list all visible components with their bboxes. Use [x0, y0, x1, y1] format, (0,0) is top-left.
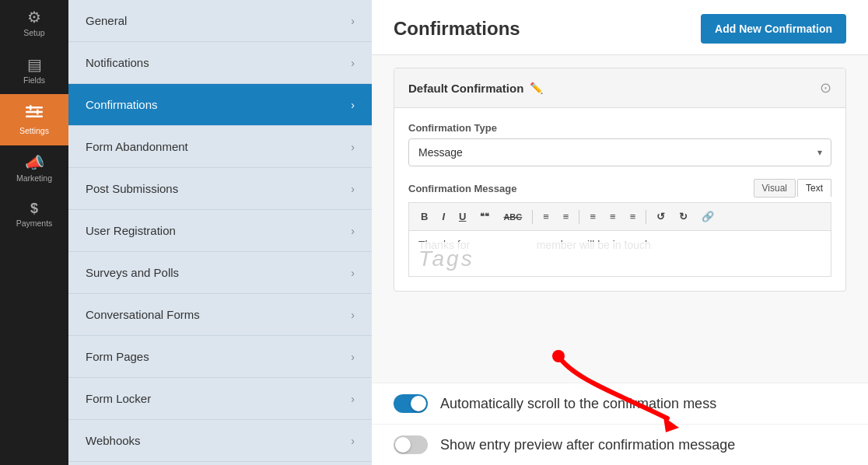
menu-item-notifications[interactable]: Notifications ›: [68, 42, 372, 84]
menu-item-confirmations[interactable]: Confirmations ›: [68, 84, 372, 126]
toolbar-divider-3: [646, 210, 646, 224]
toolbar-link[interactable]: 🔗: [696, 208, 719, 226]
menu-item-form-locker[interactable]: Form Locker ›: [68, 378, 372, 420]
toggle-knob: [411, 396, 426, 411]
menu-item-conversational-forms[interactable]: Conversational Forms ›: [68, 294, 372, 336]
svg-point-6: [552, 350, 565, 362]
chevron-icon: ›: [351, 435, 355, 447]
editor-toolbar: B I U ❝❝ ABC ≡ ≡ ≡ ≡ ≡ ↺ ↻ 🔗: [408, 202, 831, 230]
editor-tabs: Visual Text: [754, 179, 831, 198]
menu-item-webhooks[interactable]: Webhooks ›: [68, 420, 372, 462]
chevron-icon: ›: [351, 351, 355, 363]
settings-icon: [26, 103, 43, 123]
menu-item-general[interactable]: General ›: [68, 0, 372, 42]
marketing-icon: 📣: [25, 155, 44, 170]
toolbar-ol[interactable]: ≡: [558, 208, 575, 226]
sidebar-item-setup[interactable]: ⚙ Setup: [0, 0, 68, 47]
auto-scroll-label: Automatically scroll to the confirmation…: [440, 396, 716, 412]
tags-overlay: Tags: [409, 242, 831, 276]
entry-preview-toggle[interactable]: [394, 435, 428, 454]
fields-icon: ▤: [27, 57, 42, 72]
toolbar-undo[interactable]: ↺: [651, 208, 670, 226]
chevron-icon: ›: [351, 15, 355, 27]
toolbar-align-center[interactable]: ≡: [604, 208, 621, 226]
sidebar-item-fields[interactable]: ▤ Fields: [0, 47, 68, 95]
message-label: Confirmation Message Visual Text: [408, 179, 831, 198]
svg-rect-1: [26, 111, 43, 114]
toolbar-redo[interactable]: ↻: [674, 208, 693, 226]
setup-icon: ⚙: [27, 9, 41, 25]
toolbar-ul[interactable]: ≡: [537, 208, 555, 226]
svg-rect-2: [26, 116, 43, 118]
chevron-icon: ›: [351, 183, 355, 195]
chevron-icon: ›: [351, 267, 355, 279]
toolbar-underline[interactable]: U: [453, 208, 471, 226]
bottom-section: Automatically scroll to the confirmation…: [372, 383, 868, 465]
page-header: Confirmations Add New Confirmation: [372, 0, 868, 55]
main-content: Confirmations Add New Confirmation Defau…: [372, 0, 868, 465]
svg-rect-4: [37, 110, 39, 115]
edit-icon[interactable]: ✏️: [530, 82, 543, 94]
chevron-icon: ›: [351, 225, 355, 237]
page-title: Confirmations: [394, 18, 520, 40]
panel-title: Default Confirmation ✏️: [408, 82, 543, 95]
auto-scroll-toggle[interactable]: [394, 394, 428, 413]
editor-body[interactable]: Thanks for member will be in touch Tags: [408, 230, 831, 277]
panel-close-button[interactable]: ⊙: [820, 79, 831, 96]
toolbar-align-left[interactable]: ≡: [584, 208, 601, 226]
panel-body: Confirmation Type Message Page Redirect …: [394, 108, 845, 291]
menu-item-surveys-polls[interactable]: Surveys and Polls ›: [68, 252, 372, 294]
menu-item-user-registration[interactable]: User Registration ›: [68, 210, 372, 252]
toolbar-divider-2: [579, 210, 579, 224]
menu-item-form-pages[interactable]: Form Pages ›: [68, 336, 372, 378]
toggle-knob-2: [395, 437, 411, 453]
svg-rect-0: [26, 107, 43, 109]
sidebar-item-marketing[interactable]: 📣 Marketing: [0, 145, 68, 193]
confirmation-type-select[interactable]: Message Page Redirect: [408, 138, 831, 166]
toolbar-divider: [532, 210, 533, 224]
entry-preview-label: Show entry preview after confirmation me…: [440, 437, 735, 453]
menu-item-form-abandonment[interactable]: Form Abandonment ›: [68, 126, 372, 168]
type-select-wrap: Message Page Redirect ▾: [408, 138, 831, 166]
type-label: Confirmation Type: [408, 122, 831, 134]
toolbar-align-right[interactable]: ≡: [625, 208, 642, 226]
chevron-icon: ›: [351, 309, 355, 321]
icon-sidebar: ⚙ Setup ▤ Fields Settings 📣 Marketing $ …: [0, 0, 68, 465]
toolbar-italic[interactable]: I: [436, 208, 450, 226]
confirmation-panel: Default Confirmation ✏️ ⊙ Confirmation T…: [394, 68, 846, 292]
toolbar-blockquote[interactable]: ❝❝: [474, 208, 495, 225]
toolbar-strikethrough[interactable]: ABC: [498, 209, 527, 225]
panel-header: Default Confirmation ✏️ ⊙: [394, 68, 845, 108]
chevron-icon: ›: [351, 141, 355, 153]
toggle-row-auto-scroll: Automatically scroll to the confirmation…: [372, 383, 868, 425]
sidebar-item-payments[interactable]: $ Payments: [0, 192, 68, 238]
menu-sidebar: General › Notifications › Confirmations …: [68, 0, 372, 465]
add-new-confirmation-button[interactable]: Add New Confirmation: [701, 14, 846, 44]
chevron-icon: ›: [351, 393, 355, 405]
toolbar-bold[interactable]: B: [415, 208, 433, 226]
tab-visual[interactable]: Visual: [754, 179, 796, 198]
chevron-icon: ›: [351, 99, 355, 111]
sidebar-item-settings[interactable]: Settings: [0, 94, 68, 145]
svg-rect-3: [30, 105, 32, 110]
tab-text[interactable]: Text: [797, 179, 831, 198]
menu-item-post-submissions[interactable]: Post Submissions ›: [68, 168, 372, 210]
toggle-row-entry-preview: Show entry preview after confirmation me…: [372, 425, 868, 465]
payments-icon: $: [30, 201, 38, 215]
chevron-icon: ›: [351, 57, 355, 69]
